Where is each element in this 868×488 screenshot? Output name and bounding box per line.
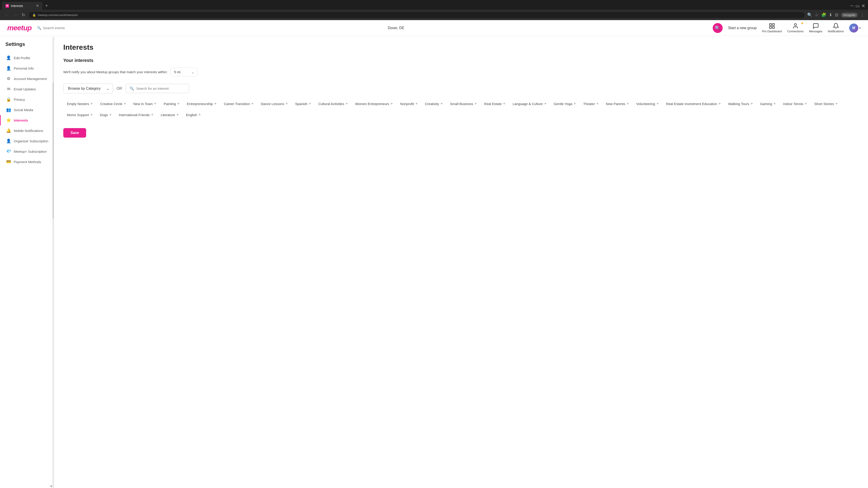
interest-tag[interactable]: Walking Tours+ (724, 100, 756, 108)
interest-tag[interactable]: Women Entrepreneurs+ (351, 100, 397, 108)
add-interest-icon[interactable]: + (214, 101, 217, 106)
add-interest-icon[interactable]: + (835, 101, 838, 106)
interest-tag[interactable]: Short Stories+ (811, 100, 841, 108)
interest-tag[interactable]: Empty Nesters+ (63, 100, 96, 108)
download-icon[interactable]: ⬇ (829, 12, 832, 18)
interest-tag[interactable]: Entrepreneurship+ (183, 100, 220, 108)
interest-tag[interactable]: Gentle Yoga+ (550, 100, 580, 108)
add-interest-icon[interactable]: + (774, 101, 776, 106)
sidebar-item-email-updates[interactable]: ✉ Email Updates (0, 84, 54, 94)
interest-tag[interactable]: Literature+ (157, 111, 182, 119)
add-interest-icon[interactable]: + (750, 101, 753, 106)
interest-tag[interactable]: Language & Culture+ (509, 100, 550, 108)
menu-icon[interactable]: ⋮ (860, 12, 864, 18)
forward-button[interactable]: → (12, 12, 18, 18)
avatar-wrapper[interactable]: M ▾ (849, 24, 861, 33)
add-interest-icon[interactable]: + (177, 101, 180, 106)
split-icon[interactable]: ⊟ (835, 12, 838, 18)
interest-tag[interactable]: Cultural Activities+ (315, 100, 351, 108)
add-interest-icon[interactable]: + (503, 101, 505, 106)
add-interest-icon[interactable]: + (109, 112, 112, 117)
add-interest-icon[interactable]: + (251, 101, 254, 106)
add-interest-icon[interactable]: + (90, 112, 93, 117)
interest-tag[interactable]: Moms Support+ (63, 111, 96, 119)
reload-button[interactable]: ↻ (21, 11, 26, 18)
bookmark-icon[interactable]: ☆ (815, 12, 818, 18)
sidebar-item-edit-profile[interactable]: 👤 Edit Profile (0, 53, 54, 63)
add-interest-icon[interactable]: + (596, 101, 599, 106)
back-button[interactable]: ← (4, 12, 9, 18)
save-button[interactable]: Save (63, 128, 86, 138)
add-interest-icon[interactable]: + (574, 101, 576, 106)
meetup-logo[interactable]: meetup (7, 24, 32, 32)
add-interest-icon[interactable]: + (346, 101, 348, 106)
connections-nav[interactable]: Connections (787, 23, 804, 33)
tab-close-button[interactable]: ✕ (36, 4, 39, 8)
interest-tag[interactable]: Spanish+ (291, 100, 315, 108)
maximize-button[interactable]: ▭ (855, 2, 861, 9)
add-interest-icon[interactable]: + (415, 101, 418, 106)
search-icon[interactable]: 🔍 (807, 12, 812, 18)
sidebar-item-social-media[interactable]: 👥 Social Media (0, 105, 54, 115)
sidebar-item-personal-info[interactable]: 👤 Personal Info (0, 63, 54, 73)
add-interest-icon[interactable]: + (474, 101, 477, 106)
interest-tag[interactable]: New In Town+ (130, 100, 160, 108)
add-interest-icon[interactable]: + (176, 112, 179, 117)
notifications-nav[interactable]: Notifications (828, 23, 844, 33)
add-interest-icon[interactable]: + (719, 101, 721, 106)
interest-tag[interactable]: Creative Circle+ (96, 100, 130, 108)
start-group-button[interactable]: Start a new group (728, 26, 756, 30)
add-interest-icon[interactable]: + (154, 101, 156, 106)
interest-tag[interactable]: Dogs+ (96, 111, 115, 119)
interest-search-input[interactable] (136, 87, 182, 90)
interest-tag[interactable]: Indoor Tennis+ (779, 100, 811, 108)
interest-tag[interactable]: Gaming+ (756, 100, 779, 108)
add-interest-icon[interactable]: + (124, 101, 126, 106)
extensions-icon[interactable]: 🧩 (821, 12, 826, 18)
sidebar-item-meetup-plus[interactable]: 💎 Meetup+ Subscription (0, 146, 54, 157)
category-select[interactable]: Browse by Category Arts & Culture Techno… (63, 84, 113, 93)
interest-search-wrapper[interactable]: 🔍 (126, 84, 189, 93)
close-button[interactable]: ✕ (861, 2, 866, 9)
add-interest-icon[interactable]: + (627, 101, 629, 106)
sidebar-item-interests[interactable]: ⭐ Interests (0, 115, 54, 125)
interest-tag[interactable]: Creativity+ (421, 100, 446, 108)
location-display[interactable]: Dover, DE (85, 26, 707, 30)
search-events-input[interactable] (43, 26, 79, 30)
sidebar-item-privacy[interactable]: 🔒 Privacy (0, 94, 54, 105)
search-button[interactable]: 🔍 (713, 23, 723, 33)
sidebar-item-mobile-notifications[interactable]: 🔔 Mobile Notifications (0, 125, 54, 136)
add-interest-icon[interactable]: + (440, 101, 443, 106)
distance-select[interactable]: 5 mi 10 mi 25 mi 50 mi (170, 68, 197, 76)
interest-tag[interactable]: Nonprofit+ (397, 100, 421, 108)
add-interest-icon[interactable]: + (309, 101, 311, 106)
sidebar-item-account-management[interactable]: ⚙ Account Management (0, 73, 54, 84)
interest-tag[interactable]: Small Business+ (446, 100, 480, 108)
sidebar-item-organizer-subscription[interactable]: 👤 Organizer Subscription (0, 136, 54, 146)
interest-tag[interactable]: Real Estate+ (480, 100, 509, 108)
messages-nav[interactable]: Messages (809, 23, 822, 33)
interest-tag[interactable]: Dance Lessons+ (257, 100, 291, 108)
add-interest-icon[interactable]: + (285, 101, 288, 106)
add-interest-icon[interactable]: + (805, 101, 807, 106)
interest-tag[interactable]: Theater+ (580, 100, 602, 108)
add-interest-icon[interactable]: + (90, 101, 93, 106)
interest-tag[interactable]: Painting+ (160, 100, 183, 108)
scrollbar-thumb[interactable] (53, 82, 54, 219)
interest-tag[interactable]: English+ (182, 111, 205, 119)
interest-tag[interactable]: New Parents+ (602, 100, 632, 108)
active-tab[interactable]: M Interests ✕ (2, 2, 42, 10)
add-interest-icon[interactable]: + (656, 101, 659, 106)
add-interest-icon[interactable]: + (391, 101, 393, 106)
interest-tag[interactable]: Career Transition+ (220, 100, 257, 108)
minimize-button[interactable]: ─ (849, 2, 855, 9)
address-bar[interactable]: 🔒 meetup.com/account/interests/ (29, 12, 804, 18)
add-interest-icon[interactable]: + (544, 101, 547, 106)
add-interest-icon[interactable]: + (151, 112, 153, 117)
new-tab-button[interactable]: + (42, 2, 51, 9)
interest-tag[interactable]: Real Estate Investment Education+ (662, 100, 724, 108)
add-interest-icon[interactable]: + (198, 112, 201, 117)
interest-tag[interactable]: International Friends+ (115, 111, 157, 119)
interest-tag[interactable]: Volunteering+ (633, 100, 662, 108)
pro-dashboard-nav[interactable]: Pro Dashboard (762, 23, 782, 33)
